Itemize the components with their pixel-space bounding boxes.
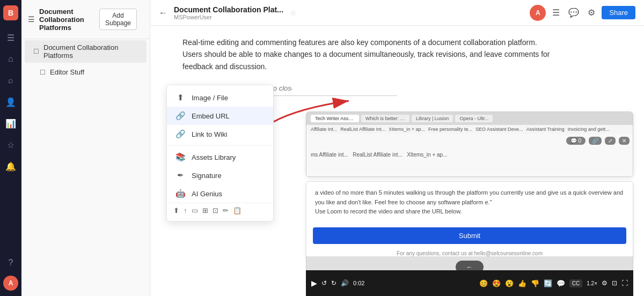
topbar-actions: A ☰ 💬 ⚙ Share	[530, 5, 635, 21]
bookmarks-bar: Affiliate Int... RealList Affiliate Int.…	[306, 125, 633, 134]
topbar-avatar[interactable]: A	[530, 5, 546, 21]
comment-badge[interactable]: 💬 0	[566, 137, 586, 145]
sidebar-doc-icon: ☰	[28, 15, 35, 24]
dropdown-label-assets: Assets Library	[192, 153, 236, 161]
browser-tab-1[interactable]: Tech Writer Assessment	[311, 115, 359, 122]
content-paragraph: Real-time editing and commenting feature…	[182, 36, 558, 72]
player-settings-icon[interactable]: ⚙	[602, 279, 608, 287]
bottom-icon-7[interactable]: 📋	[233, 206, 241, 214]
share-button[interactable]: Share	[602, 6, 635, 19]
browser-tab-4[interactable]: Opera - Ultr...	[455, 115, 493, 122]
back-button[interactable]: ←	[159, 8, 167, 18]
dropdown-label-embed: Embed URL	[192, 112, 230, 120]
emoji-share[interactable]: 🔄	[544, 279, 552, 287]
dropdown-menu: ⬆ Image / File 🔗 Embed URL 🔗 Link to Wik…	[166, 85, 274, 221]
submit-button[interactable]: Submit	[313, 227, 626, 244]
emoji-thumbsdown[interactable]: 👎	[531, 279, 539, 287]
emoji-love[interactable]: 😍	[492, 279, 501, 287]
dropdown-divider-1	[167, 145, 273, 146]
nav-icon-bell[interactable]: 🔔	[2, 158, 19, 175]
topbar-title-group: Document Collaboration Plat... MSPowerUs…	[174, 5, 283, 20]
emoji-comment[interactable]: 💬	[557, 279, 565, 287]
dropdown-item-wiki[interactable]: 🔗 Link to Wiki	[167, 125, 273, 143]
topbar: ← Document Collaboration Plat... MSPower…	[150, 0, 644, 26]
player-time: 0:02	[353, 280, 364, 286]
player-speed[interactable]: 1.2×	[587, 280, 597, 286]
browser-tab-3[interactable]: Library | Lusion	[412, 115, 453, 122]
nav-bar: B ☰ ⌂ ⌕ 👤 📊 ☆ 🔔 ? A	[0, 0, 21, 296]
add-subpage-button[interactable]: Add Subpage	[99, 9, 137, 30]
nav-icon-menu[interactable]: ☰	[2, 29, 19, 46]
main-area: ← Document Collaboration Plat... MSPower…	[150, 0, 644, 296]
bottom-icon-3[interactable]: ▭	[192, 206, 198, 214]
nav-icon-search[interactable]: ⌕	[2, 72, 19, 89]
dropdown-item-ai[interactable]: 🤖 AI Genius	[167, 184, 273, 203]
sidebar-item-editor-label: Editor Stuff	[50, 68, 84, 76]
preview-action-icons: 💬 0 🔗 ⤢ ✕	[566, 137, 630, 145]
bottom-icon-6[interactable]: ✏	[223, 206, 229, 214]
nav-avatar[interactable]: A	[3, 276, 18, 291]
nav-icon-chart[interactable]: 📊	[2, 115, 19, 132]
topbar-settings-icon[interactable]: ⚙	[586, 5, 597, 20]
nav-logo[interactable]: B	[3, 5, 18, 20]
dropdown-label-ai: AI Genius	[192, 190, 222, 198]
bottom-icon-5[interactable]: ⊡	[213, 206, 218, 214]
embed-url-icon: 🔗	[175, 111, 185, 121]
bottom-icon-2[interactable]: ↑	[184, 206, 187, 214]
dropdown-label-wiki: Link to Wiki	[192, 130, 227, 138]
player-pip-icon[interactable]: ⊡	[612, 279, 617, 287]
ai-genius-icon: 🤖	[175, 189, 185, 198]
play-button[interactable]: ▶	[311, 279, 317, 287]
bottom-icon-1[interactable]: ⬆	[173, 206, 179, 214]
content-area: Real-time editing and commenting feature…	[150, 26, 644, 296]
topbar-star-icon[interactable]: ☆	[290, 9, 297, 17]
topbar-title: Document Collaboration Plat...	[174, 5, 283, 14]
sidebar-item-editor-icon: ☐	[40, 69, 46, 76]
sidebar-item-doc-icon: ☐	[33, 48, 39, 55]
doc-preview: Tech Writer Assessment Which is better: …	[306, 112, 633, 177]
sidebar-item-document[interactable]: ☐ Document Collaboration Platforms	[25, 40, 147, 63]
browser-tab-2[interactable]: Which is better: Teachabl...	[361, 115, 409, 122]
dropdown-item-assets[interactable]: 📚 Assets Library	[167, 148, 273, 166]
emoji-thumbsup[interactable]: 👍	[518, 279, 526, 287]
nav-icon-help[interactable]: ?	[2, 254, 19, 271]
fast-forward-button[interactable]: ↻	[331, 279, 336, 287]
preview-content-area: 💬 0 🔗 ⤢ ✕ ms Affiliate int... RealList A…	[306, 134, 633, 176]
close-preview-icon[interactable]: ✕	[619, 137, 630, 145]
sidebar-item-document-label: Document Collaboration Platforms	[43, 43, 138, 60]
assets-library-icon: 📚	[175, 152, 185, 162]
video-description: a video of no more than 5 minutes walkin…	[306, 182, 633, 223]
topbar-lines-icon[interactable]: ☰	[550, 5, 562, 20]
link-wiki-icon: 🔗	[175, 129, 185, 139]
browser-chrome: Tech Writer Assessment Which is better: …	[306, 112, 633, 125]
emoji-happy[interactable]: 😊	[479, 279, 488, 287]
emoji-wow[interactable]: 😮	[505, 279, 514, 287]
dropdown-item-embed[interactable]: 🔗 Embed URL	[167, 107, 273, 125]
video-player-bar: ▶ ↺ ↻ 🔊 0:02 😊 😍 😮 👍 👎 🔄 💬 CC 1.2× ⚙ ⊡ ⛶	[306, 270, 633, 296]
rewind-button[interactable]: ↺	[321, 279, 327, 287]
player-cc[interactable]: CC	[569, 279, 582, 287]
volume-button[interactable]: 🔊	[341, 279, 349, 287]
sidebar-title: Document Collaboration Platforms	[39, 8, 93, 32]
image-file-icon: ⬆	[175, 93, 185, 102]
topbar-comment-icon[interactable]: 💬	[566, 5, 581, 20]
sidebar-item-editor[interactable]: ☐ Editor Stuff	[25, 65, 147, 79]
expand-icon-badge[interactable]: ⤢	[605, 137, 616, 145]
video-area: a video of no more than 5 minutes walkin…	[306, 181, 633, 260]
bottom-icon-4[interactable]: ⊞	[202, 206, 208, 214]
topbar-subtitle: MSPowerUser	[174, 14, 283, 20]
signature-icon: ✒	[175, 171, 185, 180]
nav-icon-home[interactable]: ⌂	[2, 50, 19, 68]
dropdown-label-signature: Signature	[192, 172, 222, 180]
dropdown-item-signature[interactable]: ✒ Signature	[167, 166, 273, 184]
nav-icon-star[interactable]: ☆	[2, 136, 19, 153]
player-fullscreen-icon[interactable]: ⛶	[621, 279, 628, 287]
dropdown-label-image: Image / File	[192, 94, 228, 102]
nav-icon-people[interactable]: 👤	[2, 93, 19, 110]
sidebar: ☰ Document Collaboration Platforms Add S…	[21, 0, 150, 296]
link-icon-badge[interactable]: 🔗	[589, 137, 602, 145]
dropdown-item-image[interactable]: ⬆ Image / File	[167, 88, 273, 107]
dropdown-bottom-icons: ⬆ ↑ ▭ ⊞ ⊡ ✏ 📋	[167, 203, 273, 218]
